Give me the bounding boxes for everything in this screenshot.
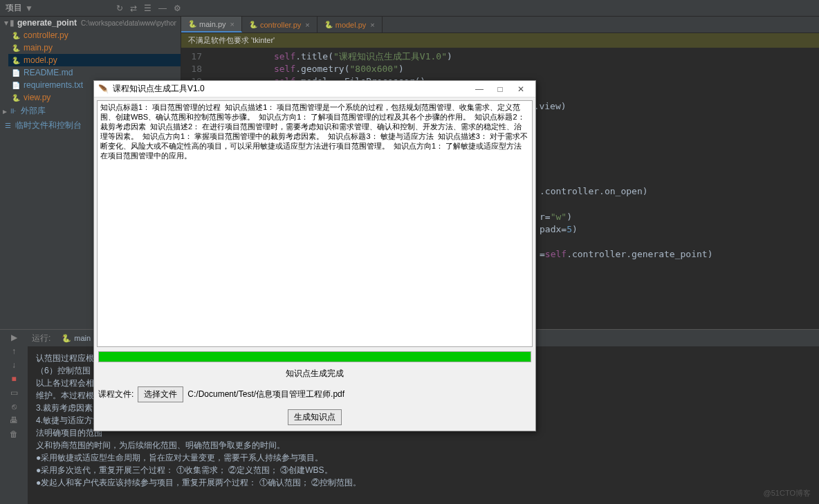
file-main.py[interactable]: 🐍main.py: [8, 41, 181, 54]
stop-icon[interactable]: ■: [11, 374, 16, 384]
file-path: C:/Document/Test/信息项目管理工程师.pdf: [187, 389, 344, 400]
file-controller.py[interactable]: 🐍controller.py: [8, 29, 181, 41]
toolbar-icon[interactable]: ⚙: [174, 3, 181, 13]
close-icon[interactable]: ×: [230, 20, 234, 28]
python-icon: 🐍: [188, 20, 196, 28]
toolbar-icon[interactable]: ☰: [144, 3, 151, 13]
trash-icon[interactable]: 🗑: [10, 429, 18, 439]
file-label: 课程文件:: [98, 389, 134, 400]
filter-icon[interactable]: ⎋: [12, 402, 17, 411]
file-icon: 🐍: [11, 44, 21, 52]
dialog-title: 课程知识点生成工具V1.0: [113, 83, 469, 95]
python-icon: 🐍: [249, 21, 257, 28]
watermark: @51CTO博客: [764, 488, 811, 498]
file-README.md[interactable]: 📄README.md: [8, 66, 181, 79]
tk-dialog: 🪶 课程知识点生成工具V1.0 — □ ✕ 知识点生成完成 课程文件: 选择文件…: [93, 80, 536, 431]
down-icon[interactable]: ↓: [12, 360, 16, 370]
close-icon[interactable]: ×: [305, 21, 309, 29]
close-icon[interactable]: ×: [370, 21, 374, 29]
run-icon[interactable]: ▶: [11, 333, 17, 342]
notice-bar: 不满足软件包要求 'tkinter': [181, 33, 819, 48]
run-label: 运行:: [32, 333, 50, 344]
file-model.py[interactable]: 🐍model.py: [8, 54, 181, 66]
output-textarea[interactable]: [97, 100, 533, 347]
status-label: 知识点生成完成: [97, 364, 533, 384]
maximize-button[interactable]: □: [490, 84, 510, 94]
toolbar-icon[interactable]: ↻: [116, 3, 123, 13]
minimize-button[interactable]: —: [469, 84, 490, 94]
file-icon: 🐍: [11, 57, 21, 64]
select-file-button[interactable]: 选择文件: [138, 386, 183, 402]
top-toolbar: 项目 ▼ ↻ ⇄ ☰ — ⚙: [0, 0, 819, 17]
file-icon: 🐍: [11, 94, 21, 102]
tab-main.py[interactable]: 🐍main.py×: [181, 17, 242, 32]
feather-icon: 🪶: [98, 84, 109, 94]
toolbar-icon[interactable]: ⇄: [130, 3, 137, 13]
toolbar-icon[interactable]: —: [158, 3, 167, 13]
run-gutter: ▶ ↑ ↓ ■ ▭ ⎋ 🖶 🗑: [0, 330, 28, 504]
project-label: 项目: [6, 2, 22, 14]
tab-controller.py[interactable]: 🐍controller.py×: [242, 17, 318, 32]
dialog-titlebar[interactable]: 🪶 课程知识点生成工具V1.0 — □ ✕: [94, 81, 535, 97]
python-icon: 🐍: [62, 334, 71, 343]
print-icon[interactable]: 🖶: [10, 416, 18, 425]
dropdown-icon[interactable]: ▼: [25, 3, 33, 13]
chevron-down-icon[interactable]: ▾: [4, 18, 8, 28]
file-icon: 📄: [11, 82, 21, 89]
file-icon: 📄: [11, 69, 21, 77]
layout-icon[interactable]: ▭: [10, 388, 18, 398]
editor-tabs: 🐍main.py×🐍controller.py×🐍model.py×: [181, 17, 819, 33]
generate-button[interactable]: 生成知识点: [288, 409, 342, 425]
up-icon[interactable]: ↑: [12, 346, 16, 356]
close-button[interactable]: ✕: [510, 84, 531, 94]
progress-bar: [98, 351, 531, 362]
sidebar-root[interactable]: ▾ ▮ generate_point C:\workspace\data\www…: [0, 17, 181, 29]
python-icon: 🐍: [324, 21, 333, 28]
file-icon: 🐍: [11, 32, 21, 39]
tab-model.py[interactable]: 🐍model.py×: [318, 17, 383, 32]
chevron-right-icon[interactable]: ▸: [3, 106, 7, 116]
toolbar-icons: ↻ ⇄ ☰ — ⚙: [116, 3, 181, 13]
